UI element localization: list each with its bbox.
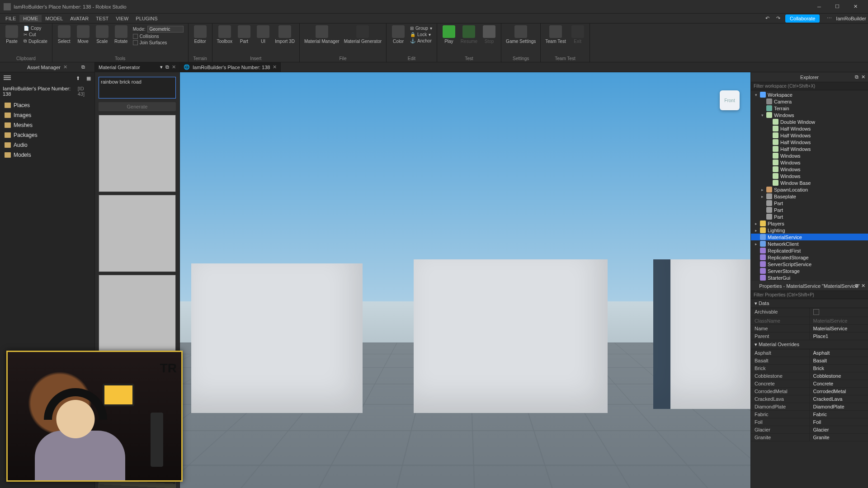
material-swatch[interactable]: [99, 195, 176, 272]
tree-item[interactable]: Half Windows: [751, 125, 868, 132]
play-button[interactable]: Play: [440, 24, 458, 45]
material-swatch[interactable]: [99, 275, 176, 352]
username-label[interactable]: IamRoBuilder: [836, 16, 866, 21]
paste-button[interactable]: Paste: [3, 24, 21, 45]
property-row[interactable]: BrickBrick: [751, 365, 868, 372]
material-prompt-input[interactable]: [99, 77, 176, 99]
hamburger-icon[interactable]: [4, 75, 11, 81]
undock-icon[interactable]: ⧉: [165, 64, 169, 70]
grid-view-icon[interactable]: ▦: [86, 75, 91, 81]
asset-folder[interactable]: Places: [0, 100, 94, 110]
property-row[interactable]: BasaltBasalt: [751, 357, 868, 365]
menu-view[interactable]: VIEW: [112, 15, 132, 22]
close-icon[interactable]: ✕: [861, 283, 865, 289]
scale-tool[interactable]: Scale: [93, 24, 111, 45]
menu-test[interactable]: TEST: [92, 15, 112, 22]
asset-folder[interactable]: Images: [0, 110, 94, 120]
menu-file[interactable]: FILE: [2, 15, 19, 22]
tree-item[interactable]: Camera: [751, 98, 868, 105]
join-surfaces-checkbox[interactable]: Join Surfaces: [132, 40, 184, 46]
property-row[interactable]: ConcreteConcrete: [751, 380, 868, 388]
tree-item[interactable]: Half Windows: [751, 132, 868, 139]
close-icon[interactable]: ✕: [861, 74, 865, 80]
move-tool[interactable]: Move: [74, 24, 92, 45]
material-swatch[interactable]: [99, 115, 176, 192]
lock-button[interactable]: 🔒 Lock ▾: [409, 32, 433, 38]
undock-icon[interactable]: ⧉: [855, 283, 859, 289]
menu-avatar[interactable]: AVATAR: [66, 15, 92, 22]
property-row[interactable]: CorrodedMetalCorrodedMetal: [751, 388, 868, 395]
team-test-button[interactable]: Team Test: [543, 24, 567, 45]
tree-item[interactable]: ▸Players: [751, 220, 868, 227]
tree-item[interactable]: Windows: [751, 166, 868, 173]
view-orientation-cube[interactable]: Front: [720, 90, 740, 110]
tree-item[interactable]: Windows: [751, 152, 868, 159]
property-row[interactable]: Archivable: [751, 308, 868, 317]
collisions-checkbox[interactable]: Collisions: [132, 33, 184, 39]
undo-icon[interactable]: ↶: [765, 15, 772, 22]
close-button[interactable]: ✕: [846, 1, 864, 12]
tree-item[interactable]: Windows: [751, 159, 868, 166]
tree-item[interactable]: Half Windows: [751, 145, 868, 152]
explorer-filter[interactable]: Filter workspace (Ctrl+Shift+X): [751, 82, 868, 90]
minimize-button[interactable]: ─: [810, 1, 828, 12]
tree-item[interactable]: Terrain: [751, 105, 868, 112]
tree-item[interactable]: ▸Lighting: [751, 227, 868, 234]
tree-item[interactable]: ServerScriptService: [751, 261, 868, 267]
tab-place[interactable]: 🌐 IamRoBuilder's Place Number: 138 ✕: [180, 62, 281, 72]
tab-asset-manager[interactable]: Asset Manager ⧉ ✕: [0, 62, 95, 72]
explorer-tree[interactable]: ▾WorkspaceCameraTerrain▾WindowsDouble Wi…: [751, 90, 868, 281]
notifications-icon[interactable]: ⋯: [827, 15, 833, 22]
mode-dropdown[interactable]: Mode: Geometric: [132, 25, 184, 33]
terrain-editor-button[interactable]: Editor: [191, 24, 209, 45]
property-section[interactable]: ▾ Data: [751, 299, 868, 308]
close-icon[interactable]: ✕: [63, 64, 67, 70]
tree-item[interactable]: MaterialService: [751, 234, 868, 240]
tree-item[interactable]: ▸SpawnLocation: [751, 186, 868, 193]
asset-folder[interactable]: Meshes: [0, 120, 94, 130]
tab-material-generator[interactable]: Material Generator ▾ ⧉ ✕: [95, 62, 180, 72]
select-tool[interactable]: Select: [55, 24, 73, 45]
maximize-button[interactable]: ☐: [828, 1, 846, 12]
game-settings-button[interactable]: Game Settings: [504, 24, 538, 45]
ui-button[interactable]: UI: [254, 24, 272, 45]
property-row[interactable]: NameMaterialService: [751, 325, 868, 333]
undock-icon[interactable]: ⧉: [81, 64, 85, 70]
upload-icon[interactable]: ⬆: [76, 75, 80, 81]
tree-item[interactable]: Double Window: [751, 118, 868, 125]
tree-item[interactable]: Part: [751, 200, 868, 206]
tree-item[interactable]: ReplicatedStorage: [751, 254, 868, 261]
cut-button[interactable]: ✂ Cut: [23, 32, 48, 38]
close-icon[interactable]: ✕: [172, 64, 176, 70]
color-button[interactable]: Color: [389, 24, 407, 45]
property-row[interactable]: CobblestoneCobblestone: [751, 372, 868, 380]
property-row[interactable]: FabricFabric: [751, 411, 868, 418]
tree-item[interactable]: StarterGui: [751, 274, 868, 281]
tree-item[interactable]: Part: [751, 213, 868, 220]
asset-place-row[interactable]: IamRoBuilder's Place Number: 138[ID 43]: [0, 84, 94, 99]
tree-item[interactable]: Part: [751, 206, 868, 213]
property-row[interactable]: GlacierGlacier: [751, 426, 868, 434]
collaborate-button[interactable]: Collaborate: [785, 14, 820, 23]
menu-model[interactable]: MODEL: [42, 15, 66, 22]
property-row[interactable]: FoilFoil: [751, 418, 868, 426]
rotate-tool[interactable]: Rotate: [112, 24, 130, 45]
viewport-3d[interactable]: Front: [180, 72, 750, 488]
tree-item[interactable]: ReplicatedFirst: [751, 247, 868, 254]
tree-item[interactable]: Half Windows: [751, 139, 868, 145]
tree-item[interactable]: ServerStorage: [751, 267, 868, 274]
tree-item[interactable]: ▸NetworkClient: [751, 240, 868, 247]
redo-icon[interactable]: ↷: [776, 15, 783, 22]
property-row[interactable]: ParentPlace1: [751, 333, 868, 340]
tree-item[interactable]: ▸Baseplate: [751, 193, 868, 200]
property-section[interactable]: ▾ Material Overrides: [751, 340, 868, 349]
property-row[interactable]: ClassNameMaterialService: [751, 317, 868, 325]
property-row[interactable]: DiamondPlateDiamondPlate: [751, 403, 868, 411]
import3d-button[interactable]: Import 3D: [273, 24, 297, 45]
tree-item[interactable]: ▾Windows: [751, 112, 868, 118]
menu-home[interactable]: HOME: [19, 15, 42, 22]
property-row[interactable]: AsphaltAsphalt: [751, 349, 868, 357]
property-row[interactable]: GraniteGranite: [751, 434, 868, 441]
copy-button[interactable]: 📄 Copy: [23, 25, 48, 31]
material-manager-button[interactable]: Material Manager: [302, 24, 341, 45]
